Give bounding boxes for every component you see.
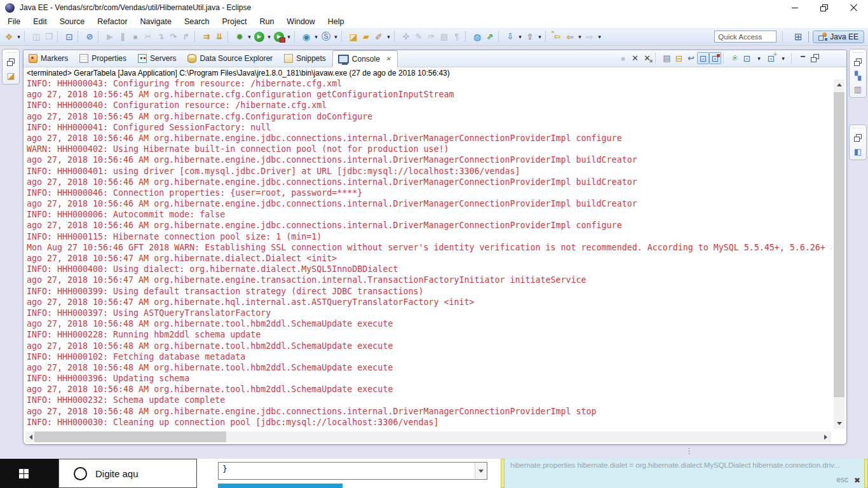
minimize-view-icon[interactable] [797, 52, 809, 64]
rail-drag-handle[interactable] [852, 51, 864, 55]
close-button[interactable] [839, 0, 868, 15]
skip-breakpoints-icon[interactable] [83, 30, 96, 43]
restore-view-icon[interactable] [851, 57, 864, 68]
dropdown-arrow-icon[interactable] [246, 30, 253, 43]
last-edit-location-icon[interactable] [551, 30, 564, 43]
menu-item[interactable]: Refactor [91, 16, 133, 27]
scroll-lock-icon[interactable] [673, 52, 685, 64]
debug-icon[interactable] [233, 30, 246, 43]
editor-layout-icon[interactable] [851, 146, 864, 157]
new-web-project-icon[interactable] [300, 30, 313, 43]
scroll-right-arrow[interactable] [820, 431, 831, 442]
menu-item[interactable]: Edit [27, 16, 53, 27]
menu-item[interactable]: Search [178, 16, 216, 27]
show-stderr-icon[interactable] [709, 52, 721, 64]
step-return-icon[interactable] [180, 30, 193, 43]
blue-action-button[interactable] [218, 484, 342, 488]
launch-external-icon[interactable] [484, 30, 496, 43]
word-wrap-icon[interactable] [685, 52, 697, 64]
combo-dropdown-arrow[interactable] [475, 463, 486, 478]
tab-markers[interactable]: Markers [24, 50, 74, 67]
taskbar-start-button[interactable] [0, 459, 58, 488]
display-console-icon[interactable] [741, 52, 753, 64]
pin-console-icon[interactable] [729, 52, 741, 64]
console-log[interactable]: INFO: HHH000043: Configuring from resour… [27, 78, 831, 429]
web-browser-icon[interactable] [471, 30, 484, 43]
menu-item[interactable]: File [1, 16, 27, 27]
terminate-icon[interactable] [617, 52, 629, 64]
horizontal-scroll-thumb[interactable] [34, 431, 226, 442]
tab-properties[interactable]: Properties [74, 50, 133, 67]
restore-view-icon[interactable] [851, 132, 864, 144]
quick-access-input[interactable] [714, 30, 776, 43]
project-explorer-icon[interactable] [4, 70, 17, 81]
suspend-icon[interactable] [116, 30, 129, 43]
rail-drag-handle[interactable] [852, 126, 864, 130]
dropdown-arrow-icon[interactable] [332, 30, 339, 43]
sash-drag-handle[interactable] [685, 445, 691, 458]
clear-console-icon[interactable] [661, 52, 673, 64]
restore-view-icon[interactable] [809, 52, 821, 64]
open-console-icon[interactable] [63, 30, 76, 43]
menu-item[interactable]: Source [53, 16, 92, 27]
folder-closed-icon[interactable] [360, 30, 372, 43]
doc-view-icon[interactable] [851, 83, 864, 95]
minimize-button[interactable] [780, 0, 810, 15]
open-console-new-icon[interactable] [765, 52, 777, 64]
new-wizard-icon[interactable] [3, 30, 15, 43]
run-external-icon[interactable] [274, 32, 284, 42]
tab-console[interactable]: Console [332, 50, 398, 67]
taskbar-search-box[interactable]: Digite aqu [58, 459, 197, 488]
scroll-down-arrow[interactable] [834, 418, 844, 429]
terminate-debug-icon[interactable] [129, 30, 142, 43]
dropdown-arrow-icon[interactable] [517, 30, 524, 43]
tooltip-close-icon[interactable] [854, 476, 860, 485]
remove-all-icon[interactable] [641, 52, 653, 64]
dropdown-arrow-icon[interactable] [536, 30, 543, 43]
remove-launch-icon[interactable] [629, 52, 641, 64]
tab-servers[interactable]: Servers [133, 50, 182, 67]
dropdown-arrow-icon[interactable] [313, 30, 320, 43]
perspective-java-ee-button[interactable]: Java EE [813, 30, 864, 43]
rail-drag-handle[interactable] [5, 51, 17, 55]
restore-button[interactable] [810, 0, 839, 15]
drop-to-frame-icon[interactable] [213, 30, 226, 43]
mark-occurrences-icon[interactable] [425, 30, 438, 43]
dropdown-arrow-icon[interactable] [266, 30, 273, 43]
dropdown-arrow-icon[interactable] [385, 30, 392, 43]
format-brush-icon[interactable] [372, 30, 385, 43]
run-icon[interactable] [254, 32, 264, 42]
show-whitespace-icon[interactable] [451, 30, 463, 43]
dropdown-arrow-icon[interactable] [777, 52, 789, 64]
step-into-icon[interactable] [154, 30, 167, 43]
dropdown-arrow-icon[interactable] [285, 30, 292, 43]
resume-icon[interactable] [104, 30, 116, 43]
tab-data-source-explorer[interactable]: Data Source Explorer [182, 50, 279, 67]
dropdown-arrow-icon[interactable] [596, 30, 603, 43]
edit-icon[interactable] [412, 30, 425, 43]
tab-snippets[interactable]: Snippets [279, 50, 332, 67]
folder-open-icon[interactable] [347, 30, 360, 43]
previous-annotation-icon[interactable] [524, 30, 536, 43]
save-all-icon[interactable] [43, 30, 55, 43]
vertical-scrollbar[interactable] [834, 79, 844, 429]
dropdown-arrow-icon[interactable] [753, 52, 765, 64]
menu-item[interactable]: Navigate [134, 16, 178, 27]
menu-item[interactable]: Run [253, 16, 280, 27]
next-annotation-icon[interactable] [504, 30, 517, 43]
outline-icon[interactable] [851, 70, 864, 81]
tab-close-icon[interactable] [386, 55, 391, 62]
dropdown-arrow-icon[interactable] [576, 30, 583, 43]
open-perspective-icon[interactable] [792, 30, 804, 43]
show-stdout-icon[interactable] [697, 52, 709, 64]
step-over-icon[interactable] [167, 30, 180, 43]
scroll-up-arrow[interactable] [834, 79, 844, 90]
code-combo-box[interactable]: } [218, 462, 487, 480]
horizontal-scrollbar[interactable] [25, 431, 831, 442]
show-source-icon[interactable] [438, 30, 451, 43]
step-filters-icon[interactable] [200, 30, 213, 43]
pin-editor-icon[interactable] [400, 30, 412, 43]
forward-icon[interactable] [583, 30, 596, 43]
menu-item[interactable]: Project [216, 16, 254, 27]
dropdown-arrow-icon[interactable] [15, 30, 22, 43]
